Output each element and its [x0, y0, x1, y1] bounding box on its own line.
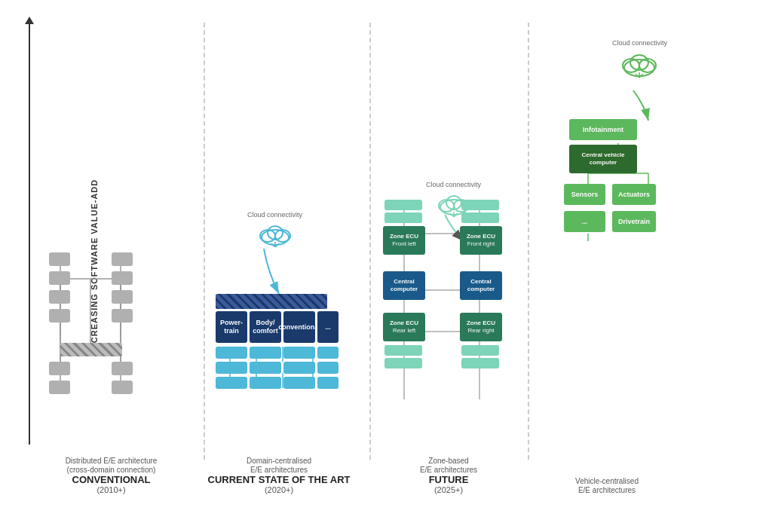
vc-sensors: Sensors: [564, 184, 605, 205]
y-axis-arrow: [29, 23, 30, 445]
domain-ecu-other: ...: [317, 311, 339, 343]
domain-light-4b: [317, 362, 339, 374]
zone-light-l1: [384, 200, 422, 210]
domain-light-1a: [216, 347, 247, 359]
domain-light-3a: [283, 347, 315, 359]
zone-central-left: Centralcomputer: [383, 271, 425, 300]
gray-ecu-10: [112, 309, 133, 323]
gray-ecu-1: [49, 252, 70, 266]
section-label-conventional: Distributed E/E architecture(cross-domai…: [41, 456, 181, 494]
y-axis-label: INCREASING SOFTWARE VALUE-ADD: [90, 179, 99, 353]
zone-title: FUTURE: [369, 474, 528, 485]
divider-1: [204, 23, 205, 460]
conv-central-bar: [60, 343, 122, 356]
zone-light-r4: [461, 358, 499, 368]
vc-infotainment: Infotainment: [569, 119, 637, 140]
gray-ecu-3: [49, 290, 70, 304]
domain-light-4a: [317, 347, 339, 359]
diagram-container: INCREASING SOFTWARE VALUE-ADD: [0, 0, 772, 532]
section-label-zone: Zone-basedE/E architectures FUTURE (2025…: [369, 456, 528, 494]
zone-ecu-front-right: Zone ECU Front right: [460, 226, 502, 255]
gray-ecu-7: [112, 252, 133, 266]
gray-ecu-5: [49, 362, 70, 375]
domain-cloud-label: Cloud connectivity: [247, 211, 302, 219]
divider-3: [528, 23, 529, 460]
zone-light-r1: [461, 200, 499, 210]
zone-ecu-front-left: Zone ECU Front left: [383, 226, 425, 255]
connection-lines: [0, 0, 772, 532]
gray-ecu-2: [49, 271, 70, 285]
vehicle-sublabel: Vehicle-centralisedE/E architectures: [575, 477, 639, 494]
gray-ecu-8: [112, 271, 133, 285]
divider-2: [369, 23, 371, 460]
domain-year: (2020+): [265, 485, 293, 494]
conventional-year: (2010+): [96, 485, 125, 494]
zone-light-l3: [384, 345, 422, 356]
gray-ecu-11: [112, 362, 133, 375]
vehicle-cloud-label: Cloud connectivity: [612, 39, 667, 47]
zone-ecu-rear-right: Zone ECU Rear right: [460, 313, 502, 341]
zone-light-l2: [384, 212, 422, 223]
zone-cloud-label: Cloud connectivity: [426, 181, 481, 188]
section-label-domain: Domain-centralisedE/E architectures CURR…: [204, 456, 354, 494]
gray-ecu-9: [112, 290, 133, 304]
vehicle-cloud-container: Cloud connectivity: [612, 39, 667, 79]
zone-light-l4: [384, 358, 422, 368]
domain-title: CURRENT STATE OF THE ART: [204, 474, 354, 485]
zone-sublabel: Zone-basedE/E architectures: [420, 457, 477, 474]
section-label-vehicle: Vehicle-centralisedE/E architectures: [528, 476, 686, 494]
domain-ecu-powertrain: Power-train: [216, 311, 247, 343]
zone-cloud-container: Cloud connectivity: [426, 181, 481, 217]
gray-ecu-12: [112, 381, 133, 394]
domain-sublabel: Domain-centralisedE/E architectures: [247, 457, 311, 474]
domain-light-2b: [250, 362, 281, 374]
zone-year: (2025+): [434, 485, 463, 494]
vc-actuators: Actuators: [612, 184, 656, 205]
zone-ecu-rear-left: Zone ECU Rear left: [383, 313, 425, 341]
domain-light-3b: [283, 362, 315, 374]
vc-central-computer: Central vehiclecomputer: [569, 145, 637, 173]
domain-light-4c: [317, 377, 339, 389]
domain-light-1c: [216, 377, 247, 389]
vc-drivetrain: Drivetrain: [612, 211, 656, 232]
domain-ecu-body: Body/comfort: [250, 311, 281, 343]
zone-light-r2: [461, 212, 499, 223]
gray-ecu-6: [49, 381, 70, 394]
domain-light-2a: [250, 347, 281, 359]
domain-light-1b: [216, 362, 247, 374]
vc-dots: ...: [564, 211, 605, 232]
conventional-sublabel: Distributed E/E architecture(cross-domai…: [66, 457, 158, 474]
gray-ecu-4: [49, 309, 70, 323]
domain-light-3c: [283, 377, 315, 389]
domain-hatched-bar: [216, 294, 327, 309]
domain-ecu-chassis: conventional: [283, 311, 315, 343]
conventional-title: CONVENTIONAL: [41, 474, 181, 485]
domain-light-2c: [250, 377, 281, 389]
zone-central-right: Centralcomputer: [460, 271, 502, 300]
zone-light-r3: [461, 345, 499, 356]
domain-cloud-container: Cloud connectivity: [247, 211, 302, 247]
